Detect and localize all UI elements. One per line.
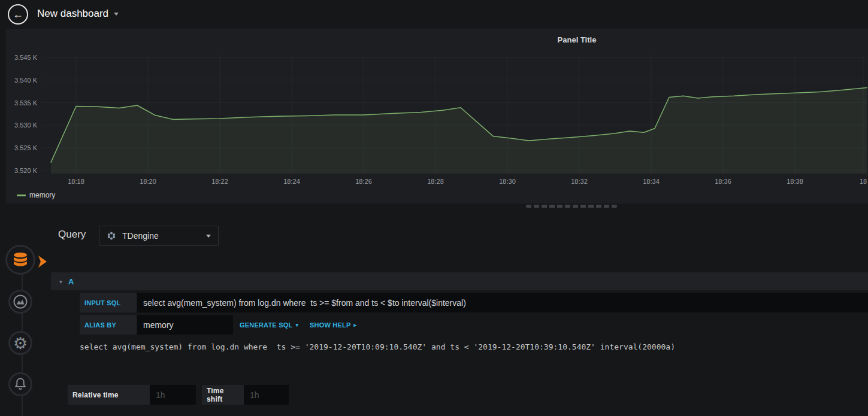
generate-sql-button[interactable]: GENERATE SQL ▾ [240,315,298,335]
tab-queries[interactable] [5,245,35,275]
back-arrow-icon: ← [13,8,23,21]
svg-text:3.530 K: 3.530 K [14,122,38,129]
relative-time-label: Relative time [68,385,150,405]
show-help-button[interactable]: SHOW HELP ▸ [310,315,356,335]
svg-text:18:38: 18:38 [787,178,803,185]
svg-text:18:34: 18:34 [643,178,660,185]
alias-by-field[interactable] [137,315,233,335]
bell-icon [13,376,28,392]
show-help-label: SHOW HELP [310,321,350,329]
caret-down-icon: ▾ [295,322,298,328]
svg-text:3.520 K: 3.520 K [14,167,38,174]
gear-icon: ⚙ [13,335,28,351]
generate-sql-label: GENERATE SQL [240,321,292,329]
time-shift-label: Time shift [202,385,244,405]
datasource-icon [107,231,116,241]
svg-text:18:32: 18:32 [571,178,588,185]
query-section-heading: Query [58,229,86,241]
chevron-down-icon [114,13,119,16]
tab-visualization[interactable] [8,290,32,314]
svg-text:18:28: 18:28 [427,178,444,185]
query-row-letter: A [68,277,74,286]
legend-label: memory [29,191,55,199]
svg-text:18:26: 18:26 [355,178,372,185]
time-shift-field[interactable] [244,385,289,405]
dashboard-title: New dashboard [37,8,108,20]
graph-panel: Panel Title 3.545 K3.540 K3.535 K3.530 K… [6,29,868,204]
collapse-caret-icon: ▾ [59,278,62,285]
svg-text:18:20: 18:20 [140,178,156,185]
time-series-chart[interactable]: 3.545 K3.540 K3.535 K3.530 K3.525 K3.520… [6,50,868,194]
svg-text:3.525 K: 3.525 K [14,144,38,151]
legend-item-memory[interactable]: memory [17,191,55,199]
svg-text:18:22: 18:22 [211,178,228,185]
relative-time-field[interactable] [150,385,196,405]
svg-text:18: 18 [860,178,867,185]
datasource-name: TDengine [122,231,159,241]
horizontal-scrollbar-handle[interactable] [526,205,617,208]
svg-text:3.535 K: 3.535 K [14,99,38,107]
chevron-down-icon [206,235,211,238]
database-icon [11,251,29,269]
query-row-header[interactable]: ▾ A [51,272,868,290]
tab-general[interactable]: ⚙ [8,331,32,355]
tab-alert[interactable] [8,372,32,396]
svg-text:3.540 K: 3.540 K [14,77,38,84]
svg-text:18:36: 18:36 [715,178,731,185]
svg-text:3.545 K: 3.545 K [14,54,38,61]
alias-by-label: ALIAS BY [80,315,137,335]
generated-sql-text: select avg(mem_system) from log.dn where… [80,342,675,351]
graph-icon [13,294,28,309]
active-tab-arrow-icon [38,256,47,268]
svg-text:18:24: 18:24 [283,178,300,185]
caret-right-icon: ▸ [353,322,356,328]
back-button[interactable]: ← [8,4,28,25]
svg-text:18:18: 18:18 [68,178,84,185]
datasource-picker[interactable]: TDengine [99,226,219,246]
dashboard-title-dropdown[interactable]: New dashboard [37,8,119,20]
legend-swatch [17,195,26,196]
svg-text:18:30: 18:30 [499,178,516,185]
panel-title[interactable]: Panel Title [558,35,597,44]
input-sql-label: INPUT SQL [80,293,137,312]
input-sql-field[interactable] [137,293,868,312]
